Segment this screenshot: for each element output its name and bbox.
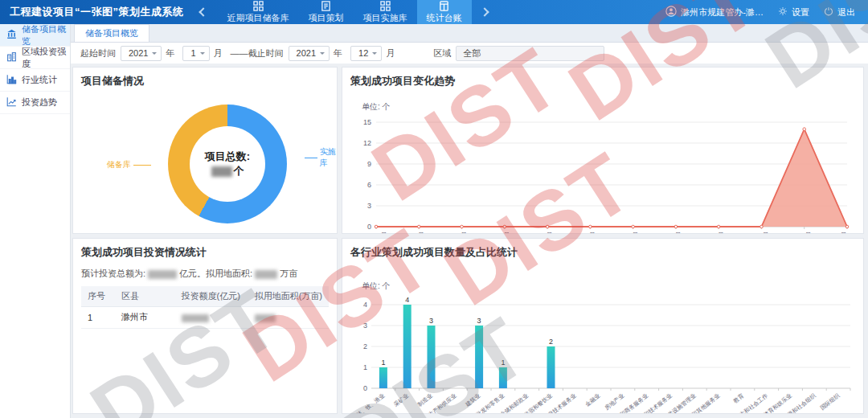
svg-text:2: 2: [549, 338, 553, 346]
svg-text:采矿业: 采矿业: [392, 392, 409, 407]
col-header-seq: 序号: [81, 286, 115, 306]
svg-text:6月: 6月: [584, 232, 596, 234]
region-input[interactable]: 全部: [456, 46, 604, 61]
legend-label: 实施库: [320, 146, 337, 169]
settings-label: 设置: [792, 6, 809, 18]
svg-text:3: 3: [477, 317, 481, 325]
filter-bar: 起始时间 2021 年 1 月 —— 截止时间 2021 年 12 月 区域 全…: [71, 43, 868, 64]
panel-success-trend: 策划成功项目变化趋势 单位: 个 036912151月2月3月4月5月6月7月8…: [342, 67, 864, 234]
dashboard-content: 项目储备情况 项目总数: 个 实施库 储备库 策划成功项目变化趋势 单位: 个: [71, 64, 868, 418]
panel-industry-stats: 各行业策划成功项目数量及占比统计 单位: 个 012341农、林、牧、渔业4采矿…: [342, 238, 864, 414]
svg-text:3: 3: [367, 202, 371, 210]
legend-reserve[interactable]: 储备库: [107, 159, 151, 170]
legend-connector: [305, 158, 317, 158]
sidebar-item-label: 投资趋势: [22, 96, 57, 109]
sidebar-item-label: 行业统计: [22, 74, 57, 86]
svg-text:6: 6: [367, 181, 371, 189]
nav-item-project-planning[interactable]: 项目策划: [299, 0, 354, 24]
svg-text:8月: 8月: [670, 232, 682, 234]
user-avatar-icon: [665, 6, 677, 18]
col-header-district: 区县: [115, 286, 174, 306]
bank-icon: [6, 29, 17, 41]
chevron-right-icon[interactable]: [480, 7, 489, 16]
svg-text:教育: 教育: [732, 391, 746, 404]
masked-value: [255, 270, 277, 279]
svg-text:9月: 9月: [713, 232, 724, 234]
masked-value: [255, 314, 276, 322]
start-year-select[interactable]: 2021: [121, 46, 162, 61]
industry-bar-chart[interactable]: 012341农、林、牧、渔业4采矿业3制造业电力、热力、燃气及水生产和供应业3建…: [350, 295, 855, 414]
investment-summary: 预计投资总额为:亿元。拟用地面积:万亩: [81, 268, 329, 280]
svg-text:0: 0: [367, 223, 371, 231]
svg-text:1月: 1月: [376, 232, 387, 234]
svg-text:2: 2: [363, 342, 367, 350]
table-header-row: 序号 区县 投资额度(亿元) 拟用地面积(万亩): [81, 286, 329, 306]
month-suffix: 月: [386, 47, 395, 59]
cell-district: 滁州市: [115, 306, 174, 328]
sidebar-item-reserve-overview[interactable]: 储备项目概览: [0, 24, 70, 47]
power-icon: [824, 6, 833, 18]
user-name: 滁州市规建管办-滁…: [681, 6, 764, 18]
chevron-left-icon[interactable]: [199, 7, 207, 16]
panel-investment-stats: 策划成功项目投资情况统计 预计投资总额为:亿元。拟用地面积:万亩 序号 区县 投…: [72, 238, 338, 414]
end-year-select[interactable]: 2021: [289, 46, 330, 61]
nav-item-statistics-ledger[interactable]: 统计台账: [417, 0, 472, 24]
region-label: 区域: [433, 47, 451, 59]
svg-text:5月: 5月: [542, 232, 553, 234]
panel-title: 策划成功项目变化趋势: [350, 74, 855, 88]
industry-unit-label: 单位: 个: [362, 281, 855, 292]
nav-item-label: 项目策划: [309, 12, 344, 24]
col-header-investment: 投资额度(亿元): [175, 286, 248, 306]
svg-text:4月: 4月: [499, 232, 510, 234]
investment-table: 序号 区县 投资额度(亿元) 拟用地面积(万亩) 1 滁州市: [81, 286, 329, 329]
panel-project-reserve: 项目储备情况 项目总数: 个 实施库 储备库: [72, 67, 338, 234]
logout-button[interactable]: 退出: [824, 6, 855, 18]
svg-text:9: 9: [367, 160, 371, 168]
app-root: 工程建设项目“一张图”策划生成系统 近期项目储备库 项目策划 项目实施库 统计台…: [0, 0, 868, 418]
nav-item-label: 统计台账: [427, 12, 462, 24]
nav-item-label: 项目实施库: [363, 12, 407, 24]
start-month-select[interactable]: 1: [182, 46, 209, 61]
logout-label: 退出: [837, 6, 855, 18]
year-suffix: 年: [166, 47, 174, 59]
cell-investment: [175, 306, 248, 328]
nav-item-implementation-library[interactable]: 项目实施库: [354, 0, 417, 24]
grid-icon: [380, 1, 391, 11]
user-account[interactable]: 滁州市规建管办-滁…: [665, 6, 764, 18]
tab-strip: 储备项目概览: [71, 24, 868, 43]
ledger-icon: [439, 1, 449, 11]
sidebar-item-region-intensity[interactable]: 区域投资强度: [0, 47, 70, 69]
donut-center-label: 项目总数:: [205, 150, 250, 164]
svg-text:3月: 3月: [457, 232, 468, 234]
svg-text:15: 15: [363, 118, 371, 126]
end-month-select[interactable]: 12: [350, 46, 382, 61]
nav-item-reserve-library[interactable]: 近期项目储备库: [218, 0, 299, 24]
trend-unit-label: 单位: 个: [362, 101, 855, 113]
tab-reserve-overview[interactable]: 储备项目概览: [74, 24, 149, 42]
svg-text:建筑业: 建筑业: [464, 392, 481, 408]
sidebar: 储备项目概览 区域投资强度 行业统计 投资趋势: [0, 24, 71, 418]
trend-area-chart[interactable]: 036912151月2月3月4月5月6月7月8月9月10月11月12月: [350, 116, 855, 234]
panel-title: 项目储备情况: [81, 74, 329, 88]
settings-button[interactable]: 设置: [778, 6, 809, 18]
year-suffix: 年: [334, 47, 342, 59]
cell-seq: 1: [81, 306, 115, 328]
sidebar-item-investment-trend[interactable]: 投资趋势: [0, 92, 70, 114]
donut-center: 项目总数: 个: [168, 104, 287, 223]
svg-text:制造业: 制造业: [416, 392, 433, 408]
panel-title: 各行业策划成功项目数量及占比统计: [350, 245, 855, 260]
masked-value: [182, 314, 209, 322]
document-icon: [321, 1, 331, 11]
masked-value: [211, 166, 232, 177]
svg-text:11月: 11月: [797, 232, 812, 234]
legend-implementation[interactable]: 实施库: [305, 146, 337, 169]
table-row[interactable]: 1 滁州市: [81, 306, 329, 328]
svg-text:12月: 12月: [832, 232, 847, 234]
grid-icon: [253, 1, 264, 11]
sidebar-item-industry-stats[interactable]: 行业统计: [0, 69, 70, 92]
svg-text:3: 3: [363, 322, 367, 330]
end-time-label: 截止时间: [248, 47, 284, 59]
svg-text:农、林、牧、渔业: 农、林、牧、渔业: [350, 392, 386, 414]
svg-text:1: 1: [363, 363, 367, 371]
legend-connector: [133, 165, 151, 166]
